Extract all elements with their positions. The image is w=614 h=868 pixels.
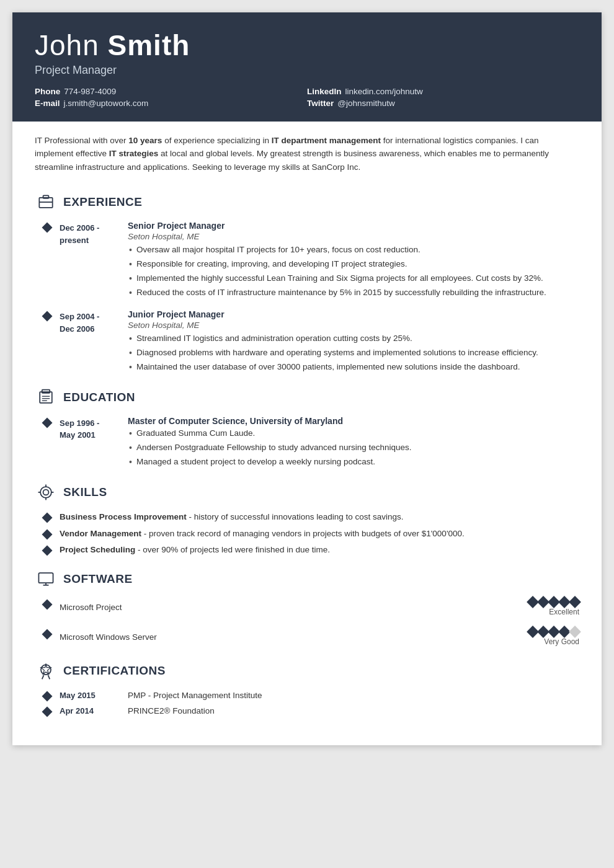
cert1-date: May 2015 — [60, 689, 128, 700]
header-title: Project Manager — [35, 64, 579, 77]
education-entry-1: Sep 1996 -May 2001 Master of Computer Sc… — [35, 416, 579, 470]
skills-section: SKILLS Business Process Improvement - hi… — [35, 481, 579, 557]
skills-title: SKILLS — [63, 485, 107, 499]
exp1-content: Senior Project Manager Seton Hospital, M… — [128, 221, 579, 301]
certifications-title: CERTIFICATIONS — [63, 664, 166, 678]
skill-2-content: Vendor Management - proven track record … — [60, 528, 579, 541]
email-label: E-mail — [35, 99, 60, 108]
skills-header: SKILLS — [35, 481, 579, 503]
sw2-dot-5 — [569, 626, 581, 638]
skill-1-content: Business Process Improvement - history o… — [60, 511, 579, 524]
skill-1-desc: - history of successful innovations lead… — [187, 512, 404, 521]
education-header: EDUCATION — [35, 386, 579, 409]
skill-bullet-3 — [35, 544, 60, 554]
exp2-date: Sep 2004 -Dec 2006 — [60, 309, 128, 375]
exp1-bullet-2: Responsible for creating, improving, and… — [128, 258, 579, 271]
education-icon — [35, 386, 57, 409]
education-title: EDUCATION — [63, 391, 135, 404]
sw2-dots — [528, 627, 579, 636]
skill-3-content: Project Scheduling - over 90% of project… — [60, 544, 579, 557]
sw1-row: Microsoft Project Excellent — [60, 598, 579, 616]
edu-content: Master of Computer Science, University o… — [128, 416, 579, 470]
cert1-desc: PMP - Project Management Institute — [128, 689, 262, 700]
software-title: SOFTWARE — [63, 572, 133, 586]
exp2-bullet-1: Streamlined IT logistics and administrat… — [128, 332, 579, 345]
twitter-label: Twitter — [307, 99, 334, 108]
exp1-bullet-3: Implemented the highly successful Lean T… — [128, 272, 579, 285]
exp1-title: Senior Project Manager — [128, 221, 579, 231]
experience-icon — [35, 191, 57, 213]
linkedin-item: LinkedInlinkedin.com/johnutw — [307, 87, 579, 96]
svg-line-20 — [48, 675, 50, 679]
bullet-2 — [35, 309, 60, 375]
edu-bullet-3: Managed a student project to develop a w… — [128, 456, 579, 469]
sw1-label: Excellent — [549, 608, 579, 616]
skill-2-name: Vendor Management — [60, 529, 141, 538]
resume-body: IT Professional with over 10 years of ex… — [12, 122, 602, 746]
software-entry-2: Microsoft Windows Server Very Good — [35, 627, 579, 649]
exp1-company: Seton Hospital, ME — [128, 232, 579, 241]
exp2-title: Junior Project Manager — [128, 309, 579, 319]
twitter-item: Twitter@johnsmithutw — [307, 99, 579, 108]
svg-point-17 — [41, 665, 51, 675]
skill-1-name: Business Process Improvement — [60, 512, 187, 521]
phone-value: 774-987-4009 — [64, 87, 116, 96]
skill-3: Project Scheduling - over 90% of project… — [35, 544, 579, 557]
svg-line-19 — [42, 675, 44, 679]
edu-bullet-1 — [35, 416, 60, 470]
svg-rect-14 — [38, 574, 53, 583]
skill-bullet-2 — [35, 528, 60, 538]
skill-3-desc: - over 90% of projects led were finished… — [135, 545, 330, 554]
exp1-bullet-1: Oversaw all major hospital IT projects f… — [128, 244, 579, 257]
sw1-rating: Excellent — [505, 598, 579, 616]
sw1-dots — [528, 598, 579, 606]
edu-date: Sep 1996 -May 2001 — [60, 416, 128, 470]
email-value: j.smith@uptowork.com — [64, 99, 149, 108]
edu-bullet-2: Andersen Postgraduate Fellowship to stud… — [128, 441, 579, 454]
exp1-bullets: Oversaw all major hospital IT projects f… — [128, 244, 579, 299]
resume-header: John Smith Project Manager Phone774-987-… — [12, 12, 602, 122]
experience-entry-1: Dec 2006 -present Senior Project Manager… — [35, 221, 579, 301]
cert-entry-1: May 2015 PMP - Project Management Instit… — [35, 689, 579, 700]
skill-2-desc: - proven track record of managing vendor… — [141, 529, 465, 538]
summary-section: IT Professional with over 10 years of ex… — [35, 134, 579, 180]
software-section: SOFTWARE Microsoft Project — [35, 568, 579, 649]
skills-icon — [35, 481, 57, 503]
skill-bullet-1 — [35, 511, 60, 521]
sw-bullet-1 — [35, 598, 60, 619]
bullet-1 — [35, 221, 60, 301]
last-name: Smith — [108, 29, 190, 61]
certifications-icon — [35, 660, 57, 682]
software-entry-1: Microsoft Project Excellent — [35, 598, 579, 619]
sw-bullet-2 — [35, 627, 60, 649]
svg-rect-1 — [43, 196, 49, 198]
sw2-row: Microsoft Windows Server Very Good — [60, 627, 579, 646]
software-icon — [35, 568, 57, 590]
first-name: John — [35, 29, 99, 61]
cert-entry-2: Apr 2014 PRINCE2® Foundation — [35, 705, 579, 715]
exp2-content: Junior Project Manager Seton Hospital, M… — [128, 309, 579, 375]
software-header: SOFTWARE — [35, 568, 579, 590]
exp2-bullet-3: Maintained the user database of over 300… — [128, 361, 579, 374]
skill-1: Business Process Improvement - history o… — [35, 511, 579, 524]
twitter-value: @johnsmithutw — [337, 99, 395, 108]
edu-degree: Master of Computer Science, University o… — [128, 416, 579, 426]
exp1-bullet-4: Reduced the costs of IT infrastructure m… — [128, 286, 579, 299]
exp2-bullet-2: Diagnosed problems with hardware and ope… — [128, 347, 579, 360]
phone-item: Phone774-987-4009 — [35, 87, 307, 96]
sw2-name: Microsoft Windows Server — [60, 632, 505, 642]
experience-title: EXPERIENCE — [63, 195, 142, 209]
sw2-label: Very Good — [544, 637, 579, 646]
exp2-bullets: Streamlined IT logistics and administrat… — [128, 332, 579, 374]
experience-section: EXPERIENCE Dec 2006 -present Senior Proj… — [35, 191, 579, 374]
skill-2: Vendor Management - proven track record … — [35, 528, 579, 541]
cert-bullet-1 — [35, 689, 60, 700]
exp2-company: Seton Hospital, ME — [128, 321, 579, 330]
svg-point-8 — [40, 487, 51, 498]
dot-5 — [569, 596, 581, 608]
linkedin-value: linkedin.com/johnutw — [345, 87, 423, 96]
skill-3-name: Project Scheduling — [60, 545, 135, 554]
email-item: E-mailj.smith@uptowork.com — [35, 99, 307, 108]
experience-entry-2: Sep 2004 -Dec 2006 Junior Project Manage… — [35, 309, 579, 375]
sw2-content: Microsoft Windows Server Very Good — [60, 627, 579, 649]
